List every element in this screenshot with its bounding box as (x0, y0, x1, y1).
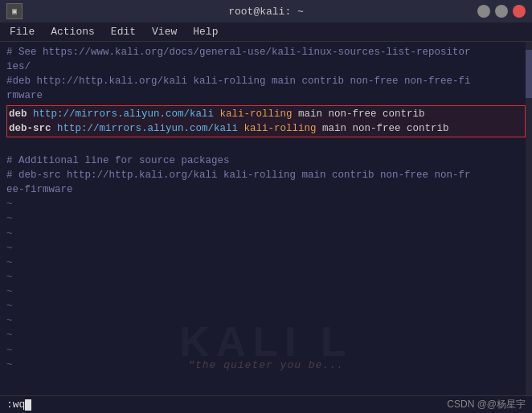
tilde-1: ~ (6, 197, 526, 211)
window-icon: ▣ (6, 3, 23, 19)
menu-actions[interactable]: Actions (44, 24, 101, 39)
line-empty (6, 139, 526, 153)
tilde-5: ~ (6, 256, 526, 270)
tilde-3: ~ (6, 227, 526, 241)
tilde-8: ~ (6, 299, 526, 313)
titlebar-controls (477, 5, 526, 18)
command-text: :wq (6, 399, 25, 411)
line-2: ies/ (6, 59, 526, 74)
deb-url: http://mirrors.aliyun.com/kali (27, 108, 215, 120)
selected-lines-block: deb http://mirrors.aliyun.com/kali kali-… (6, 105, 526, 137)
vim-command-input: :wq (6, 399, 31, 411)
cursor-block (25, 399, 31, 411)
menu-help[interactable]: Help (186, 24, 224, 39)
debsrc-rest: main non-free contrib (317, 123, 449, 134)
terminal-window: ▣ root@kali: ~ File Actions Edit View He… (0, 0, 532, 413)
line-eefirmware: ee-firmware (6, 182, 526, 197)
deb-keyword: deb (9, 108, 27, 120)
tilde-4: ~ (6, 241, 526, 256)
maximize-button[interactable] (495, 5, 508, 18)
deb-rolling: kali-rolling (214, 108, 293, 120)
editor-area[interactable]: # See https://www.kali.org/docs/general-… (0, 42, 532, 413)
line-debsrc2: # deb-src http://http.kali.org/kali kali… (6, 168, 526, 182)
debsrc-rolling: kali-rolling (238, 123, 317, 134)
csdn-watermark-badge: CSDN @@杨星宇 (447, 398, 526, 411)
statusbar: :wq CSDN @@杨星宇 (0, 395, 532, 413)
line-1: # See https://www.kali.org/docs/general-… (6, 45, 526, 59)
menu-file[interactable]: File (3, 24, 41, 39)
tilde-10: ~ (6, 328, 526, 342)
line-3: #deb http://http.kali.org/kali kali-roll… (6, 74, 526, 88)
titlebar-title: root@kali: ~ (228, 6, 304, 18)
tilde-12: ~ (6, 358, 526, 372)
tilde-11: ~ (6, 343, 526, 358)
minimize-button[interactable] (477, 5, 490, 18)
editor-content: # See https://www.kali.org/docs/general-… (0, 42, 532, 395)
scrollbar[interactable] (526, 42, 532, 395)
line-additional: # Additional line for source packages (6, 153, 526, 168)
scrollbar-thumb[interactable] (526, 50, 532, 98)
titlebar: ▣ root@kali: ~ (0, 0, 532, 22)
line-4: rmware (6, 88, 526, 103)
menu-view[interactable]: View (145, 24, 183, 39)
tilde-9: ~ (6, 313, 526, 328)
deb-rest: main non-free contrib (293, 108, 425, 120)
debsrc-keyword: deb-src (9, 123, 51, 134)
menu-edit[interactable]: Edit (104, 24, 142, 39)
tilde-2: ~ (6, 211, 526, 226)
line-debsrc: deb-src http://mirrors.aliyun.com/kali k… (9, 121, 523, 136)
debsrc-url: http://mirrors.aliyun.com/kali (51, 123, 239, 134)
tilde-6: ~ (6, 270, 526, 284)
line-deb: deb http://mirrors.aliyun.com/kali kali-… (9, 107, 523, 121)
menubar: File Actions Edit View Help (0, 22, 532, 42)
tilde-7: ~ (6, 284, 526, 299)
titlebar-left: ▣ (6, 3, 23, 19)
close-button[interactable] (513, 5, 526, 18)
